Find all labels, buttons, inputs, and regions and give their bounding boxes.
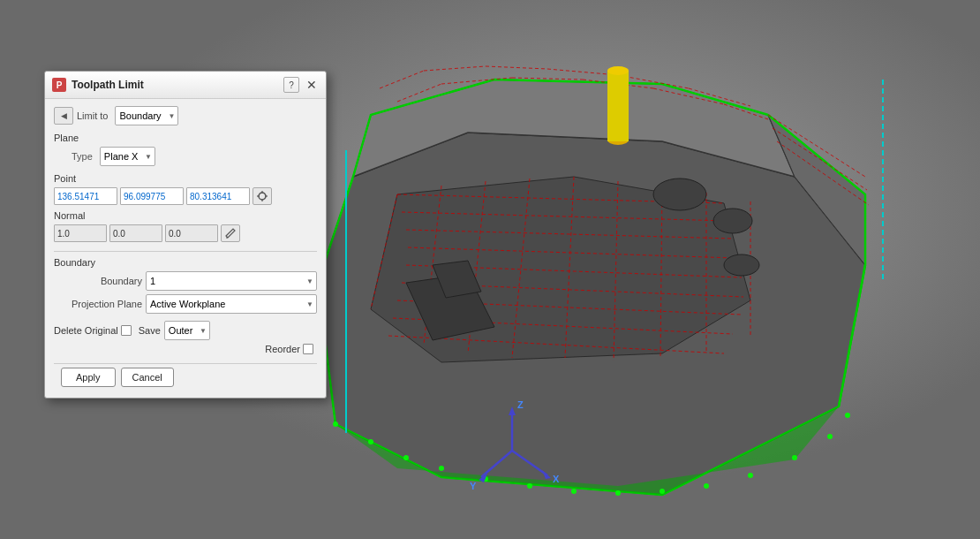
reorder-checkbox[interactable]	[303, 344, 313, 354]
dialog-title-left: P Toolpath Limit	[52, 78, 144, 92]
boundary-section-label: Boundary	[54, 257, 317, 268]
save-select-wrapper[interactable]: Outer	[164, 321, 210, 340]
dialog-title-buttons: ? ✕	[283, 77, 319, 93]
pick-icon	[256, 190, 268, 202]
projection-plane-label: Projection Plane	[54, 299, 142, 309]
svg-point-29	[527, 483, 532, 489]
boundary-row: Boundary 1	[54, 271, 317, 291]
dialog-title: Toolpath Limit	[72, 79, 144, 91]
svg-point-26	[403, 455, 409, 460]
boundary-select-wrapper[interactable]: 1	[146, 271, 317, 291]
svg-point-20	[607, 66, 629, 75]
app-icon: P	[52, 78, 66, 92]
svg-point-32	[660, 489, 665, 494]
svg-point-36	[827, 434, 833, 439]
projection-plane-select-wrapper[interactable]: Active Workplane	[146, 294, 317, 314]
limit-to-select-wrapper[interactable]: Boundary	[115, 106, 178, 125]
type-label: Type	[72, 151, 93, 162]
type-select-wrapper[interactable]: Plane X	[100, 147, 155, 166]
svg-point-30	[571, 489, 577, 494]
svg-point-31	[615, 490, 621, 496]
normal-section: Normal	[54, 210, 317, 242]
dialog-content: ◀ Limit to Boundary Plane Type Plane X	[45, 99, 326, 398]
point-y-input[interactable]	[120, 187, 184, 205]
point-section: Point	[54, 173, 317, 205]
delete-original-group: Delete Original	[54, 325, 132, 336]
svg-point-35	[792, 455, 797, 460]
svg-text:Z: Z	[517, 399, 524, 410]
limit-to-label: Limit to	[77, 110, 108, 121]
svg-point-23	[724, 254, 759, 276]
type-row: Type Plane X	[54, 147, 317, 166]
svg-point-33	[704, 483, 709, 489]
point-pick-button[interactable]	[253, 187, 272, 205]
save-label: Save	[139, 325, 161, 336]
apply-button[interactable]: Apply	[61, 368, 116, 387]
help-button[interactable]: ?	[283, 77, 299, 93]
prev-button[interactable]: ◀	[54, 107, 73, 125]
projection-plane-select[interactable]: Active Workplane	[146, 294, 317, 314]
reorder-label: Reorder	[265, 344, 300, 354]
boundary-row-label: Boundary	[54, 276, 142, 286]
toolpath-limit-dialog: P Toolpath Limit ? ✕ ◀ Limit to Boundary…	[44, 71, 327, 399]
limit-to-row: ◀ Limit to Boundary	[54, 106, 317, 125]
dialog-titlebar: P Toolpath Limit ? ✕	[45, 72, 326, 99]
boundary-section: Boundary Boundary 1 Projection Plane Act…	[54, 257, 317, 314]
svg-text:X: X	[553, 474, 560, 484]
svg-text:Y: Y	[470, 481, 477, 491]
type-select[interactable]: Plane X	[100, 147, 155, 166]
reorder-row: Reorder	[54, 344, 317, 354]
close-button[interactable]: ✕	[305, 78, 319, 92]
svg-point-34	[748, 473, 753, 478]
svg-rect-19	[607, 71, 629, 141]
svg-point-24	[333, 421, 338, 427]
point-z-input[interactable]	[186, 187, 250, 205]
projection-plane-row: Projection Plane Active Workplane	[54, 294, 317, 314]
boundary-select[interactable]: 1	[146, 271, 317, 291]
svg-point-37	[845, 413, 850, 418]
options-row: Delete Original Save Outer	[54, 321, 317, 340]
point-x-input[interactable]	[54, 187, 117, 205]
normal-z-input[interactable]	[165, 224, 218, 242]
svg-point-27	[439, 466, 444, 471]
normal-label: Normal	[54, 210, 317, 221]
normal-edit-button[interactable]	[221, 224, 240, 242]
svg-point-22	[713, 209, 752, 233]
delete-original-checkbox[interactable]	[121, 325, 132, 336]
svg-point-47	[259, 193, 266, 200]
normal-y-input[interactable]	[109, 224, 162, 242]
cancel-button[interactable]: Cancel	[121, 368, 174, 387]
limit-to-select[interactable]: Boundary	[115, 106, 178, 125]
edit-icon	[224, 227, 237, 239]
plane-section: Plane Type Plane X	[54, 133, 317, 166]
svg-point-21	[653, 178, 706, 210]
normal-x-input[interactable]	[54, 224, 107, 242]
normal-coord-row	[54, 224, 317, 242]
save-group: Save Outer	[139, 321, 210, 340]
save-select[interactable]: Outer	[164, 321, 210, 340]
delete-original-label: Delete Original	[54, 325, 118, 336]
point-coord-row	[54, 187, 317, 205]
divider-1	[54, 251, 317, 252]
svg-point-25	[368, 439, 373, 444]
action-buttons: Apply Cancel	[54, 363, 317, 391]
point-label: Point	[54, 173, 317, 184]
plane-label: Plane	[54, 133, 317, 143]
